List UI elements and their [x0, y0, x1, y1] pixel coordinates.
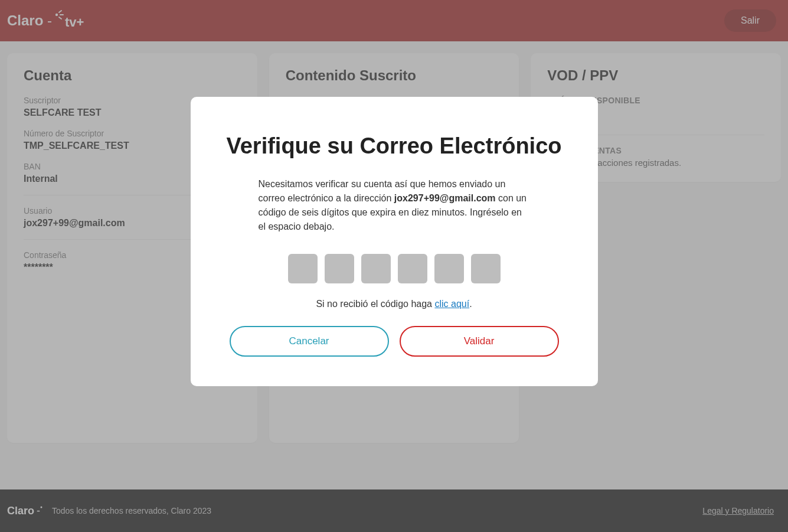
- otp-digit-3[interactable]: [361, 254, 391, 283]
- resend-link[interactable]: clic aquí: [434, 299, 469, 309]
- validate-button[interactable]: Validar: [400, 326, 559, 357]
- verify-email-modal: Verifique su Correo Electrónico Necesita…: [191, 97, 598, 386]
- otp-digit-5[interactable]: [434, 254, 464, 283]
- cancel-button[interactable]: Cancelar: [230, 326, 389, 357]
- modal-body: Necesitamos verificar su cuenta así que …: [259, 177, 530, 234]
- otp-digit-4[interactable]: [398, 254, 427, 283]
- resend-post: .: [469, 299, 472, 309]
- otp-digit-1[interactable]: [288, 254, 318, 283]
- otp-input-row: [226, 254, 563, 283]
- resend-row: Si no recibió el código haga clic aquí.: [226, 299, 563, 309]
- resend-pre: Si no recibió el código haga: [316, 299, 434, 309]
- modal-overlay: Verifique su Correo Electrónico Necesita…: [0, 0, 788, 532]
- modal-email: jox297+99@gmail.com: [394, 193, 496, 203]
- otp-digit-2[interactable]: [325, 254, 354, 283]
- modal-actions: Cancelar Validar: [226, 326, 563, 357]
- modal-title: Verifique su Correo Electrónico: [226, 132, 563, 161]
- otp-digit-6[interactable]: [471, 254, 501, 283]
